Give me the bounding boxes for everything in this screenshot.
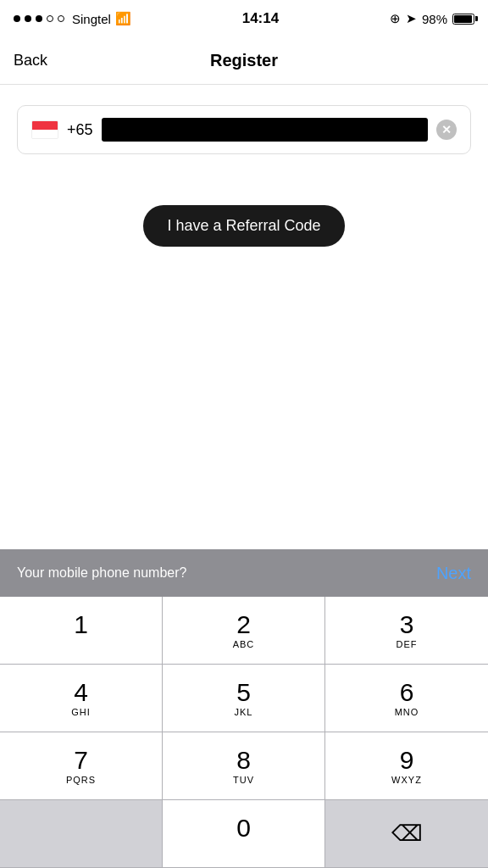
backspace-icon: ⌫ [391, 821, 423, 847]
status-bar: Singtel 📶 14:14 ⊕ ➤ 98% [0, 0, 488, 37]
next-button[interactable]: Next [436, 564, 471, 583]
nav-bar: Back Register [0, 37, 488, 85]
key-2-number: 2 [236, 612, 251, 637]
key-3-letters: DEF [396, 639, 418, 649]
key-9-number: 9 [400, 748, 414, 773]
status-time: 14:14 [242, 10, 279, 27]
status-left: Singtel 📶 [14, 11, 131, 26]
keyboard-prompt-bar: Your mobile phone number? Next [0, 549, 488, 597]
signal-dot-4 [47, 15, 53, 22]
signal-dot-1 [14, 15, 20, 22]
key-4-letters: GHI [71, 707, 91, 717]
key-6-number: 6 [400, 680, 414, 705]
key-4-number: 4 [74, 680, 88, 705]
key-8[interactable]: 8 TUV [163, 732, 325, 800]
key-7[interactable]: 7 PQRS [0, 732, 163, 800]
phone-input-container[interactable]: +65 ✕ [17, 105, 471, 154]
key-empty [0, 800, 163, 868]
key-9[interactable]: 9 WXYZ [325, 732, 488, 800]
keyboard-area: Your mobile phone number? Next 1 - 2 ABC… [0, 549, 488, 868]
key-1[interactable]: 1 - [0, 597, 163, 665]
key-9-letters: WXYZ [391, 775, 422, 785]
key-0-number: 0 [236, 815, 251, 841]
key-5-letters: JKL [235, 707, 253, 717]
carrier-label: Singtel [72, 12, 111, 26]
country-code: +65 [67, 121, 93, 139]
battery-indicator [452, 14, 474, 25]
wifi-icon: 📶 [115, 11, 131, 26]
key-6[interactable]: 6 MNO [325, 665, 488, 732]
signal-dot-5 [58, 15, 64, 22]
key-8-number: 8 [236, 748, 251, 773]
page-title: Register [210, 51, 278, 70]
keyboard-prompt-text: Your mobile phone number? [17, 565, 186, 581]
key-0[interactable]: 0 - [163, 800, 325, 868]
key-1-number: 1 [74, 612, 88, 637]
key-3-number: 3 [400, 612, 414, 637]
country-flag [31, 120, 58, 139]
arrow-icon: ➤ [406, 11, 417, 26]
key-2-letters: ABC [233, 639, 255, 649]
main-content: +65 ✕ I have a Referral Code [0, 85, 488, 549]
country-selector[interactable] [31, 120, 58, 139]
location-icon: ⊕ [390, 11, 401, 26]
flag-white-half [32, 130, 58, 138]
battery-percent: 98% [422, 12, 447, 26]
battery-fill [454, 15, 472, 23]
key-5-number: 5 [236, 680, 251, 705]
key-2[interactable]: 2 ABC [163, 597, 325, 665]
clear-button[interactable]: ✕ [436, 120, 457, 140]
key-7-number: 7 [74, 748, 88, 773]
key-7-letters: PQRS [66, 775, 96, 785]
signal-dot-2 [25, 15, 31, 22]
battery-icon [452, 14, 474, 25]
key-8-letters: TUV [233, 775, 254, 785]
status-right: ⊕ ➤ 98% [390, 11, 474, 26]
phone-number-field[interactable] [102, 118, 428, 142]
numpad: 1 - 2 ABC 3 DEF 4 GHI 5 JKL 6 MNO 7 PQRS [0, 597, 488, 868]
referral-code-button[interactable]: I have a Referral Code [143, 205, 344, 247]
key-6-letters: MNO [395, 707, 419, 717]
back-button[interactable]: Back [14, 52, 47, 70]
key-backspace[interactable]: ⌫ [325, 800, 488, 868]
key-4[interactable]: 4 GHI [0, 665, 163, 732]
flag-red-half [32, 121, 58, 130]
key-5[interactable]: 5 JKL [163, 665, 325, 732]
signal-dot-3 [36, 15, 42, 22]
key-3[interactable]: 3 DEF [325, 597, 488, 665]
